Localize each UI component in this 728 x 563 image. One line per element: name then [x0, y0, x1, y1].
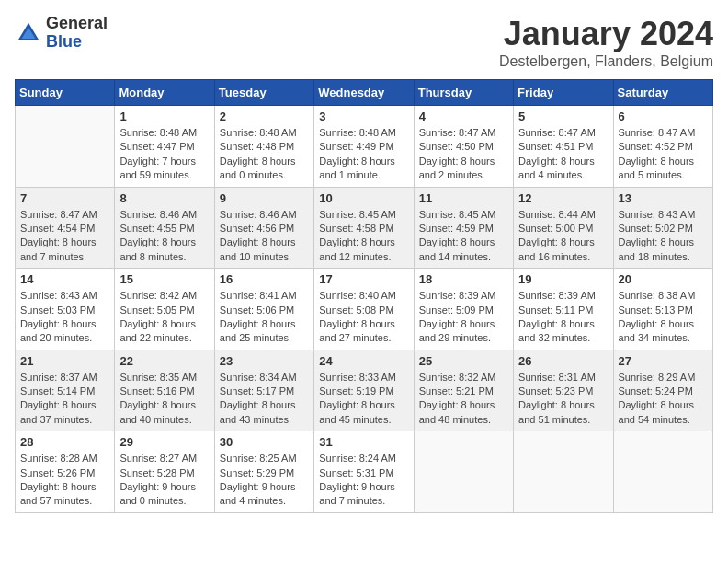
day-info: Sunrise: 8:46 AMSunset: 4:55 PMDaylight:… [119, 208, 209, 265]
calendar-cell-w3-d5: 18Sunrise: 8:39 AMSunset: 5:09 PMDayligh… [414, 269, 513, 350]
day-number: 30 [220, 435, 309, 449]
day-info: Sunrise: 8:34 AMSunset: 5:17 PMDaylight:… [220, 371, 309, 428]
header-sunday: Sunday [16, 80, 115, 106]
calendar-cell-w2-d4: 10Sunrise: 8:45 AMSunset: 4:58 PMDayligh… [314, 187, 414, 269]
calendar-cell-w1-d2: 1Sunrise: 8:48 AMSunset: 4:47 PMDaylight… [115, 106, 214, 188]
calendar-cell-w1-d1 [16, 106, 115, 188]
day-number: 31 [319, 435, 408, 449]
day-info: Sunrise: 8:38 AMSunset: 5:13 PMDaylight:… [619, 289, 708, 346]
calendar-header-row: Sunday Monday Tuesday Wednesday Thursday… [16, 80, 713, 106]
logo-icon [15, 19, 42, 47]
calendar-cell-w4-d6: 26Sunrise: 8:31 AMSunset: 5:23 PMDayligh… [514, 350, 613, 431]
calendar-week-2: 7Sunrise: 8:47 AMSunset: 4:54 PMDaylight… [16, 187, 713, 269]
day-number: 16 [220, 272, 309, 286]
month-title: January 2024 [499, 15, 713, 53]
day-info: Sunrise: 8:37 AMSunset: 5:14 PMDaylight:… [20, 371, 109, 428]
day-number: 8 [119, 191, 209, 205]
logo: General Blue [15, 15, 108, 52]
calendar-week-3: 14Sunrise: 8:43 AMSunset: 5:03 PMDayligh… [16, 269, 713, 350]
day-info: Sunrise: 8:32 AMSunset: 5:21 PMDaylight:… [419, 371, 508, 428]
day-number: 2 [220, 109, 309, 123]
day-info: Sunrise: 8:48 AMSunset: 4:49 PMDaylight:… [319, 126, 408, 183]
day-info: Sunrise: 8:40 AMSunset: 5:08 PMDaylight:… [319, 289, 408, 346]
day-number: 17 [319, 272, 408, 286]
day-info: Sunrise: 8:41 AMSunset: 5:06 PMDaylight:… [220, 289, 309, 346]
day-info: Sunrise: 8:39 AMSunset: 5:09 PMDaylight:… [419, 289, 508, 346]
day-info: Sunrise: 8:33 AMSunset: 5:19 PMDaylight:… [319, 371, 408, 428]
header-wednesday: Wednesday [314, 80, 414, 106]
day-number: 23 [220, 354, 309, 368]
day-info: Sunrise: 8:31 AMSunset: 5:23 PMDaylight:… [518, 371, 608, 428]
day-info: Sunrise: 8:28 AMSunset: 5:26 PMDaylight:… [20, 452, 109, 509]
calendar-week-5: 28Sunrise: 8:28 AMSunset: 5:26 PMDayligh… [16, 431, 713, 513]
calendar-cell-w2-d7: 13Sunrise: 8:43 AMSunset: 5:02 PMDayligh… [613, 187, 712, 269]
title-area: January 2024 Destelbergen, Flanders, Bel… [499, 15, 713, 70]
header-friday: Friday [514, 80, 613, 106]
calendar-cell-w5-d3: 30Sunrise: 8:25 AMSunset: 5:29 PMDayligh… [214, 431, 313, 513]
day-number: 28 [20, 435, 109, 449]
calendar-cell-w5-d5 [414, 431, 513, 513]
day-number: 24 [319, 354, 408, 368]
logo-text: General Blue [46, 15, 108, 52]
calendar-cell-w5-d2: 29Sunrise: 8:27 AMSunset: 5:28 PMDayligh… [115, 431, 214, 513]
day-info: Sunrise: 8:35 AMSunset: 5:16 PMDaylight:… [119, 371, 209, 428]
day-number: 1 [119, 109, 209, 123]
day-number: 13 [619, 191, 708, 205]
calendar-cell-w3-d7: 20Sunrise: 8:38 AMSunset: 5:13 PMDayligh… [613, 269, 712, 350]
day-info: Sunrise: 8:47 AMSunset: 4:51 PMDaylight:… [518, 126, 608, 183]
calendar-cell-w2-d6: 12Sunrise: 8:44 AMSunset: 5:00 PMDayligh… [514, 187, 613, 269]
calendar-cell-w5-d6 [514, 431, 613, 513]
calendar-cell-w4-d1: 21Sunrise: 8:37 AMSunset: 5:14 PMDayligh… [16, 350, 115, 431]
day-info: Sunrise: 8:24 AMSunset: 5:31 PMDaylight:… [319, 452, 408, 509]
calendar-cell-w1-d6: 5Sunrise: 8:47 AMSunset: 4:51 PMDaylight… [514, 106, 613, 188]
calendar-cell-w3-d3: 16Sunrise: 8:41 AMSunset: 5:06 PMDayligh… [214, 269, 313, 350]
calendar-week-1: 1Sunrise: 8:48 AMSunset: 4:47 PMDaylight… [16, 106, 713, 188]
day-number: 14 [20, 272, 109, 286]
day-number: 27 [619, 354, 708, 368]
day-number: 4 [419, 109, 508, 123]
day-number: 5 [518, 109, 608, 123]
calendar-cell-w5-d7 [613, 431, 712, 513]
day-info: Sunrise: 8:29 AMSunset: 5:24 PMDaylight:… [619, 371, 708, 428]
day-number: 7 [20, 191, 109, 205]
calendar-cell-w2-d2: 8Sunrise: 8:46 AMSunset: 4:55 PMDaylight… [115, 187, 214, 269]
day-number: 19 [518, 272, 608, 286]
calendar-cell-w1-d7: 6Sunrise: 8:47 AMSunset: 4:52 PMDaylight… [613, 106, 712, 188]
day-number: 21 [20, 354, 109, 368]
header-monday: Monday [115, 80, 214, 106]
calendar-cell-w3-d6: 19Sunrise: 8:39 AMSunset: 5:11 PMDayligh… [514, 269, 613, 350]
calendar-week-4: 21Sunrise: 8:37 AMSunset: 5:14 PMDayligh… [16, 350, 713, 431]
day-number: 3 [319, 109, 408, 123]
day-info: Sunrise: 8:47 AMSunset: 4:54 PMDaylight:… [20, 208, 109, 265]
calendar-cell-w2-d5: 11Sunrise: 8:45 AMSunset: 4:59 PMDayligh… [414, 187, 513, 269]
day-info: Sunrise: 8:45 AMSunset: 4:58 PMDaylight:… [319, 208, 408, 265]
calendar-cell-w1-d3: 2Sunrise: 8:48 AMSunset: 4:48 PMDaylight… [214, 106, 313, 188]
day-info: Sunrise: 8:44 AMSunset: 5:00 PMDaylight:… [518, 208, 608, 265]
day-info: Sunrise: 8:39 AMSunset: 5:11 PMDaylight:… [518, 289, 608, 346]
day-number: 12 [518, 191, 608, 205]
header: General Blue January 2024 Destelbergen, … [15, 15, 713, 70]
day-info: Sunrise: 8:48 AMSunset: 4:48 PMDaylight:… [220, 126, 309, 183]
day-number: 29 [119, 435, 209, 449]
logo-blue-text: Blue [46, 33, 108, 52]
day-number: 26 [518, 354, 608, 368]
day-number: 20 [619, 272, 708, 286]
calendar-cell-w4-d7: 27Sunrise: 8:29 AMSunset: 5:24 PMDayligh… [613, 350, 712, 431]
day-info: Sunrise: 8:45 AMSunset: 4:59 PMDaylight:… [419, 208, 508, 265]
day-info: Sunrise: 8:48 AMSunset: 4:47 PMDaylight:… [119, 126, 209, 183]
day-number: 10 [319, 191, 408, 205]
calendar-cell-w2-d3: 9Sunrise: 8:46 AMSunset: 4:56 PMDaylight… [214, 187, 313, 269]
logo-general-text: General [46, 15, 108, 33]
day-number: 11 [419, 191, 508, 205]
day-info: Sunrise: 8:25 AMSunset: 5:29 PMDaylight:… [220, 452, 309, 509]
day-number: 18 [419, 272, 508, 286]
calendar-cell-w1-d5: 4Sunrise: 8:47 AMSunset: 4:50 PMDaylight… [414, 106, 513, 188]
calendar-cell-w3-d4: 17Sunrise: 8:40 AMSunset: 5:08 PMDayligh… [314, 269, 414, 350]
day-number: 22 [119, 354, 209, 368]
calendar-cell-w4-d4: 24Sunrise: 8:33 AMSunset: 5:19 PMDayligh… [314, 350, 414, 431]
day-info: Sunrise: 8:27 AMSunset: 5:28 PMDaylight:… [119, 452, 209, 509]
header-thursday: Thursday [414, 80, 513, 106]
calendar-cell-w4-d2: 22Sunrise: 8:35 AMSunset: 5:16 PMDayligh… [115, 350, 214, 431]
day-info: Sunrise: 8:42 AMSunset: 5:05 PMDaylight:… [119, 289, 209, 346]
day-number: 9 [220, 191, 309, 205]
